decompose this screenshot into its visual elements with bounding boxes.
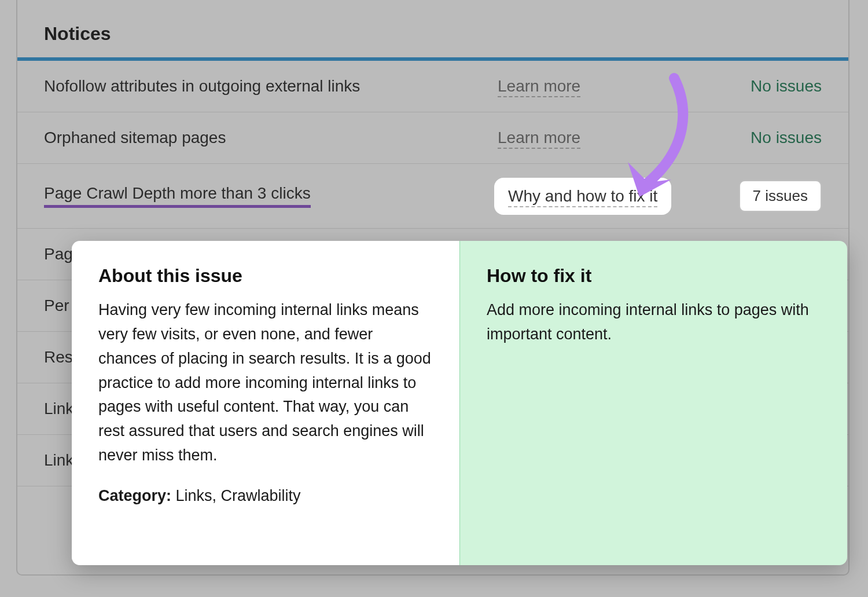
notice-link-cell: Learn more [498,77,706,96]
popup-fix-panel: How to fix it Add more incoming internal… [459,241,847,565]
notice-title: Nofollow attributes in outgoing external… [44,77,498,96]
notice-title: Page Crawl Depth more than 3 clicks [44,184,498,208]
notice-row-highlighted: Page Crawl Depth more than 3 clicks Why … [17,164,848,229]
fix-heading: How to fix it [487,265,821,287]
popup-about-panel: About this issue Having very few incomin… [72,241,459,565]
why-fix-link[interactable]: Why and how to fix it [508,187,657,207]
about-body: Having very few incoming internal links … [98,298,433,468]
notice-status: 7 issues [706,180,822,212]
notice-row: Nofollow attributes in outgoing external… [17,61,848,112]
fix-body: Add more incoming internal links to page… [487,298,821,347]
notice-title: Orphaned sitemap pages [44,129,498,147]
category-line: Category: Links, Crawlability [98,484,433,508]
notice-status: No issues [706,77,822,96]
notice-status: No issues [706,129,822,147]
notice-link-cell: Learn more [498,129,706,147]
learn-more-link[interactable]: Learn more [498,129,580,149]
section-heading: Notices [17,0,848,61]
category-value: Links, Crawlability [176,487,301,504]
notice-row: Orphaned sitemap pages Learn more No iss… [17,112,848,164]
why-fix-highlight-box: Why and how to fix it [498,181,668,211]
issues-count-badge[interactable]: 7 issues [739,180,822,212]
about-heading: About this issue [98,265,433,287]
learn-more-link[interactable]: Learn more [498,77,580,97]
category-label: Category: [98,487,171,504]
notice-link-cell: Why and how to fix it [498,181,706,211]
issue-details-popup: About this issue Having very few incomin… [72,241,847,565]
notice-title-underlined: Page Crawl Depth more than 3 clicks [44,184,311,208]
